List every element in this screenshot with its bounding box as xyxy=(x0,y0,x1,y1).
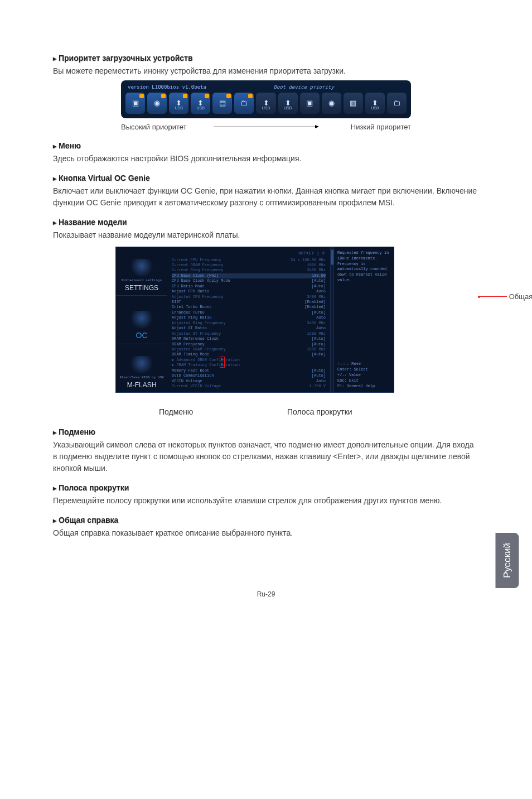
bios-setting-label: DRAM Timing Mode xyxy=(172,352,209,357)
bios-setting-value: Auto xyxy=(311,326,326,331)
heading-menu: Меню xyxy=(53,140,479,152)
bios-setting-row[interactable]: Enhanced Turbo[Auto] xyxy=(172,310,326,315)
boot-item-folder[interactable]: 🗀 xyxy=(234,93,254,114)
bios-setting-value xyxy=(320,363,326,368)
boot-item-usb-4[interactable]: ⬍USB xyxy=(278,93,298,114)
usb-flash-icon xyxy=(130,356,153,374)
label-low-priority: Низкий приоритет xyxy=(322,122,411,133)
bios-setting-row[interactable]: Adjusted CPU Frequency3400 MHz xyxy=(172,295,326,300)
bios-setting-row[interactable]: Adjust GT RatioAuto xyxy=(172,326,326,331)
bios-setting-row[interactable]: DRAM Frequency[Auto] xyxy=(172,342,326,347)
bios-help-pane: Requested frequency in 10kHz increments.… xyxy=(333,247,394,392)
bios-setting-label: CPU Ratio Mode xyxy=(172,284,205,289)
hint-enter: Enter: Select xyxy=(337,367,390,373)
bios-setting-row[interactable]: DRAM Reference Clock[Auto] xyxy=(172,336,326,341)
bios-setting-value: [Auto] xyxy=(306,278,326,283)
disc-icon: ◉ xyxy=(154,98,160,109)
boot-item-hdd-2[interactable]: ▤ xyxy=(212,93,232,114)
bios-setting-value: 3400 MHz xyxy=(301,321,326,326)
boot-item-usb-1[interactable]: ⬍USB xyxy=(169,93,188,114)
bios-setting-row[interactable]: Adjusted GT Frequency1200 MHz xyxy=(172,331,326,336)
sidebar-label-oc: OC xyxy=(136,330,148,341)
callout-scrollbar-label: Полоса прокрутки xyxy=(287,406,352,418)
boot-device-row[interactable]: ▣ ◉ ⬍USB ⬍USB ▤ 🗀 ⬍USB ⬍USB ▣ ◉ ▥ ⬍USB 🗀 xyxy=(124,93,408,114)
bios-setting-label: Current Ring Frequency xyxy=(172,268,223,273)
text-scrollbar: Перемещайте полосу прокрутки или использ… xyxy=(53,495,479,507)
bios-setting-label: EIST xyxy=(172,300,181,305)
bios-setting-row[interactable]: Adjusted DRAM Frequency1066 MHz xyxy=(172,347,326,352)
bios-setting-value: [Auto] xyxy=(306,368,326,373)
bios-setting-row[interactable]: CPU Base Clock Apply Mode[Auto] xyxy=(172,278,326,283)
sidebar-item-mflash[interactable]: Flash/Save BIOS by USB M-FLASH xyxy=(116,344,167,392)
bios-setting-row[interactable]: Memory Fast Boot[Auto] xyxy=(172,368,326,373)
sidebar-item-oc[interactable]: OC xyxy=(116,296,167,344)
bios-scrollbar[interactable] xyxy=(330,247,333,392)
folder-icon: 🗀 xyxy=(393,98,400,109)
bios-help-text: Requested frequency in 10kHz increments.… xyxy=(337,251,390,283)
heading-model: Название модели xyxy=(53,216,479,228)
bios-setting-row[interactable]: SVID Communication[Auto] xyxy=(172,373,326,378)
bios-setting-row[interactable]: Current DRAM Frequency1066 MHz xyxy=(172,263,326,268)
boot-item-card[interactable]: ▥ xyxy=(344,93,363,114)
folder-icon: 🗀 xyxy=(240,98,248,109)
bios-setting-label: Enhanced Turbo xyxy=(172,310,205,315)
callout-help-label: Общая справка xyxy=(509,291,532,302)
bios-setting-value: [Auto] xyxy=(306,352,326,357)
sidebar-item-settings[interactable]: Motherboard settings SETTINGS xyxy=(116,247,167,296)
boot-item-folder-2[interactable]: 🗀 xyxy=(387,93,407,114)
bios-setting-label: Adjust CPU Ratio xyxy=(172,289,209,294)
bios-setting-label: ▶ DRAM Training Configuration xyxy=(172,363,240,368)
bios-setting-value: 1066 MHz xyxy=(301,347,326,352)
bios-setting-row[interactable]: CPU Base Clock (MHz)100.00 xyxy=(172,273,326,278)
usb-label: USB xyxy=(175,105,182,112)
sidebar-caption-settings: Motherboard settings xyxy=(122,278,162,283)
bios-setting-value: 100.00 xyxy=(306,273,326,278)
figure-boot-priority: version L1000bios v1.0beta Boot device p… xyxy=(53,80,479,132)
bios-setting-row[interactable]: Current VCCIN Voltage1.760 V xyxy=(172,384,326,389)
bios-setting-label: Intel Turbo Boost xyxy=(172,305,211,310)
bios-setting-row[interactable]: VCCIN VoltageAuto xyxy=(172,379,326,384)
bios-setting-label: DRAM Frequency xyxy=(172,342,205,347)
bios-setting-row[interactable]: Adjust CPU RatioAuto xyxy=(172,289,326,294)
bios-setting-row[interactable]: Current Ring Frequency3400 MHz xyxy=(172,268,326,273)
boot-item-usb-3[interactable]: ⬍USB xyxy=(256,93,275,114)
boot-item-usb-5[interactable]: ⬍USB xyxy=(365,93,385,114)
bios-setting-row[interactable]: ▶ DRAM Training Configuration xyxy=(172,363,326,368)
usb-label: USB xyxy=(262,105,270,112)
callout-general-help: Общая справка xyxy=(478,291,532,302)
heading-submenu: Подменю xyxy=(53,426,479,438)
bios-setting-label: Adjusted DRAM Frequency xyxy=(172,347,226,352)
gauge-icon xyxy=(130,311,153,329)
bios-setting-value: [Enabled] xyxy=(299,305,326,310)
bios-setting-row[interactable]: DRAM Timing Mode[Auto] xyxy=(172,352,326,357)
boot-item-optical-2[interactable]: ◉ xyxy=(322,93,341,114)
bios-setting-row[interactable]: CPU Ratio Mode[Auto] xyxy=(172,284,326,289)
text-help: Общая справка показывает краткое описани… xyxy=(53,527,479,539)
bios-setting-row[interactable]: ▶ Advanced DRAM Configuration xyxy=(172,358,326,363)
bios-setting-row[interactable]: Current CPU Frequency34 x 100.00 MHz xyxy=(172,258,326,263)
bios-sidebar: Motherboard settings SETTINGS OC Flash/S… xyxy=(116,247,167,392)
section-boot-priority: Приоритет загрузочных устройств Вы может… xyxy=(53,52,479,132)
bios-setting-row[interactable]: Intel Turbo Boost[Enabled] xyxy=(172,305,326,310)
boot-header-title: Boot device priority xyxy=(206,84,402,92)
bios-setting-row[interactable]: Adjusted Ring Frequency3400 MHz xyxy=(172,321,326,326)
submenu-marker-icon: ▶▶ xyxy=(220,357,225,368)
bios-setting-label: ▶ Advanced DRAM Configuration xyxy=(172,358,240,363)
bios-setting-row[interactable]: Adjust Ring RatioAuto xyxy=(172,315,326,320)
bios-setting-label: CPU Base Clock (MHz) xyxy=(172,273,219,278)
bios-setting-label: Current DRAM Frequency xyxy=(172,263,223,268)
bios-setting-value: 1066 MHz xyxy=(301,263,326,268)
scrollbar-thumb[interactable] xyxy=(331,249,333,265)
boot-item-usb-2[interactable]: ⬍USB xyxy=(191,93,210,114)
bios-setting-row[interactable]: EIST[Enabled] xyxy=(172,300,326,305)
heading-scrollbar: Полоса прокрутки xyxy=(53,482,479,494)
boot-header-version: version L1000bios v1.0beta xyxy=(128,84,206,92)
bios-setting-label: CPU Base Clock Apply Mode xyxy=(172,278,230,283)
boot-item-hdd-3[interactable]: ▣ xyxy=(300,93,320,114)
language-tab[interactable]: Русский xyxy=(496,533,519,588)
boot-item-optical[interactable]: ◉ xyxy=(147,93,167,114)
hint-move: ↑↓→←: Move xyxy=(337,362,390,367)
hdd-icon: ▣ xyxy=(132,98,139,109)
boot-item-hdd[interactable]: ▣ xyxy=(125,93,145,114)
bios-setting-value: [Enabled] xyxy=(299,300,326,305)
